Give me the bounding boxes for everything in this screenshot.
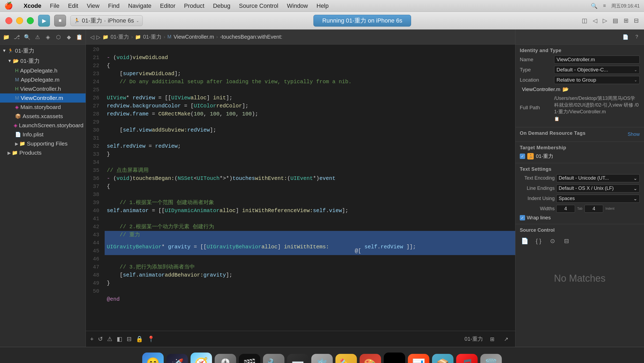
breadcrumb-method[interactable]: -touchesBegan:withEvent: bbox=[220, 34, 282, 40]
dock-item-video[interactable]: 🎬 bbox=[239, 354, 260, 363]
sidebar-item-viewcontroller-h[interactable]: H ViewController.h bbox=[0, 84, 86, 93]
menu-file[interactable]: File bbox=[50, 2, 59, 9]
view-layout-icon[interactable]: ▤ bbox=[613, 17, 618, 24]
sidebar-issue-icon[interactable]: ⚠ bbox=[34, 33, 41, 41]
sc-doc-icon[interactable]: 📄 bbox=[520, 236, 529, 246]
lock-icon[interactable]: 🔒 bbox=[136, 336, 143, 343]
bottom-info-icon[interactable]: ↗ bbox=[501, 334, 511, 344]
dock-item-store[interactable]: 📦 bbox=[432, 354, 453, 363]
minimize-button[interactable] bbox=[16, 17, 23, 24]
apple-menu[interactable]: 🍎 bbox=[4, 2, 13, 10]
inspector-panel: 📄 ? Identity and Type Name ViewControlle… bbox=[515, 30, 644, 347]
indent-width-value[interactable]: 4 bbox=[584, 205, 603, 213]
indent-using-value[interactable]: Spaces ⌄ bbox=[556, 195, 640, 203]
dock-item-keyboard[interactable]: ⌨️ bbox=[287, 354, 309, 363]
dock-item-system-prefs[interactable]: ⚙️ bbox=[311, 354, 333, 363]
breadcrumb-forward[interactable]: ▷ bbox=[96, 34, 100, 40]
sidebar-search-icon[interactable]: 🔍 bbox=[24, 33, 31, 41]
dock-item-safari[interactable]: 🧭 bbox=[191, 353, 212, 363]
sidebar-item-appdelegate-h[interactable]: H AppDelegate.h bbox=[0, 66, 86, 75]
sidebar-test-icon[interactable]: ◈ bbox=[45, 33, 52, 41]
tab-width-value[interactable]: 4 bbox=[556, 205, 575, 213]
reveal-icon[interactable]: 📂 bbox=[562, 86, 569, 92]
dock-item-terminal[interactable]: ▶_ bbox=[384, 353, 405, 363]
type-value-field[interactable]: Default - Objective-C... ⌄ bbox=[554, 66, 640, 74]
menu-xcode[interactable]: Xcode bbox=[24, 2, 41, 9]
sidebar-item-root-group[interactable]: ▼ 🏃 01-重力 bbox=[0, 46, 86, 56]
menu-view[interactable]: View bbox=[87, 2, 99, 9]
dock-item-paintbrush[interactable]: 🎨 bbox=[360, 354, 381, 363]
dock-item-launchpad[interactable]: 🚀 bbox=[166, 354, 188, 363]
menu-editor[interactable]: Editor bbox=[160, 2, 175, 9]
warning-icon[interactable]: ⚠ bbox=[107, 336, 112, 343]
sidebar-item-supporting-files[interactable]: ▶ 📁 Supporting Files bbox=[0, 139, 86, 148]
menu-help[interactable]: Help bbox=[317, 2, 329, 9]
location-icon[interactable]: 📍 bbox=[147, 336, 155, 343]
location-value-field[interactable]: Relative to Group ⌄ bbox=[554, 76, 640, 84]
copy-path-icon[interactable]: 📋 bbox=[554, 117, 559, 121]
bottom-expand-icon[interactable]: ⊞ bbox=[487, 334, 497, 344]
sidebar-item-assets[interactable]: 📦 Assets.xcassets bbox=[0, 112, 86, 121]
breadcrumb-back[interactable]: ◁ bbox=[90, 34, 94, 40]
sidebar-debug-icon[interactable]: ⬡ bbox=[55, 33, 62, 41]
maximize-button[interactable] bbox=[27, 17, 34, 24]
sidebar-item-launch-storyboard[interactable]: ◈ LaunchScreen.storyboard bbox=[0, 121, 86, 130]
sidebar-source-icon[interactable]: ⎇ bbox=[13, 33, 20, 41]
menu-find[interactable]: Find bbox=[108, 2, 120, 9]
menu-edit[interactable]: Edit bbox=[68, 2, 78, 9]
code-editor[interactable]: - (void)viewDidLoad{ [super viewDidLoad]… bbox=[102, 45, 515, 331]
sidebar-item-01[interactable]: ▼ 📂 01-重力 bbox=[0, 56, 86, 66]
dock-item-sketch[interactable]: ✏️ bbox=[335, 354, 357, 363]
view-split-icon[interactable]: ⊞ bbox=[624, 17, 628, 24]
menu-window[interactable]: Window bbox=[287, 2, 308, 9]
target-checkbox[interactable]: ✓ bbox=[520, 154, 525, 159]
sidebar-item-viewcontroller-m[interactable]: M ViewController.m bbox=[0, 93, 86, 103]
sidebar-toggle-icon[interactable]: ◫ bbox=[582, 17, 587, 24]
name-value-field[interactable]: ViewController.m bbox=[554, 56, 640, 64]
dock-item-stats[interactable]: 📊 bbox=[408, 354, 429, 363]
breadcrumb-file[interactable]: ViewController.m bbox=[174, 34, 214, 40]
sidebar-item-info-plist[interactable]: 📄 Info.plist bbox=[0, 130, 86, 139]
sidebar-item-products[interactable]: ▶ 📁 Products bbox=[0, 148, 86, 157]
back-icon[interactable]: ◁ bbox=[593, 17, 597, 24]
menu-source-control[interactable]: Source Control bbox=[239, 2, 279, 9]
menu-navigate[interactable]: Navigate bbox=[128, 2, 152, 9]
scheme-selector[interactable]: 🏃 01-重力 › iPhone 6s ⌄ bbox=[70, 15, 143, 26]
dock-item-finder[interactable]: 😊 bbox=[142, 353, 164, 363]
sc-code-icon[interactable]: { } bbox=[534, 236, 543, 246]
issues-icon[interactable]: ↺ bbox=[98, 336, 103, 343]
inspector-question-icon[interactable]: ? bbox=[633, 33, 641, 41]
stop-button[interactable]: ■ bbox=[54, 15, 66, 27]
dock-item-mouse[interactable]: 🖱️ bbox=[215, 354, 236, 363]
encoding-value[interactable]: Default - Unicode (UT... ⌄ bbox=[556, 174, 640, 182]
dock-item-music[interactable]: 🎵 bbox=[456, 354, 478, 363]
sidebar-item-label: Supporting Files bbox=[27, 140, 68, 147]
inspector-file-icon[interactable]: 📄 bbox=[621, 33, 630, 41]
wrap-lines-checkbox[interactable]: ✓ bbox=[520, 215, 525, 220]
code-container[interactable]: 20 21 22 23 24 25 26 27 28 29 30 31 32 3… bbox=[86, 45, 515, 331]
close-button[interactable] bbox=[5, 17, 12, 24]
code-line-49 bbox=[105, 287, 515, 295]
sc-layout-icon[interactable]: ⊟ bbox=[562, 236, 571, 246]
sc-target-icon[interactable]: ⊙ bbox=[548, 236, 557, 246]
sidebar-breakpoint-icon[interactable]: ◆ bbox=[65, 33, 72, 41]
code-line-23: [super viewDidLoad]; bbox=[105, 70, 515, 78]
run-button[interactable]: ▶ bbox=[38, 15, 50, 27]
assistant-icon[interactable]: ⊟ bbox=[634, 17, 639, 24]
breadcrumb-group[interactable]: 01-重力 bbox=[143, 33, 162, 41]
dock-item-tools[interactable]: 🔧 bbox=[263, 354, 284, 363]
menu-product[interactable]: Product bbox=[184, 2, 204, 9]
sidebar-item-appdelegate-m[interactable]: M AppDelegate.m bbox=[0, 75, 86, 84]
breadcrumb-project[interactable]: 01-重力 bbox=[111, 33, 129, 41]
dock-item-trash[interactable]: 🗑️ bbox=[480, 354, 502, 363]
filter-icon[interactable]: ◧ bbox=[117, 336, 122, 343]
menu-debug[interactable]: Debug bbox=[213, 2, 230, 9]
forward-icon[interactable]: ▷ bbox=[603, 17, 607, 24]
sidebar-folder-icon[interactable]: 📁 bbox=[3, 33, 10, 41]
show-button[interactable]: Show bbox=[628, 132, 640, 137]
line-endings-value[interactable]: Default - OS X / Unix (LF) ⌄ bbox=[556, 184, 640, 193]
add-file-icon[interactable]: + bbox=[90, 336, 94, 343]
sidebar-report-icon[interactable]: 📋 bbox=[76, 33, 83, 41]
sidebar-item-main-storyboard[interactable]: ◈ Main.storyboard bbox=[0, 103, 86, 112]
split-icon[interactable]: ⊟ bbox=[127, 336, 131, 343]
